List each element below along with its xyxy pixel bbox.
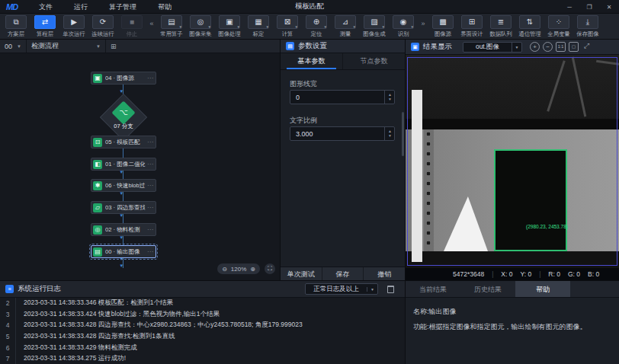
data-queue-tool-button[interactable]: ≣ 数据队列 <box>486 15 515 38</box>
ui-design-tool-button[interactable]: ⊞ 界面设计 <box>457 15 486 38</box>
calculation-icon: ⊠▾ <box>277 15 298 29</box>
node-blob-filter[interactable]: ✱ 06 · 快速blob过滤 ⋯ <box>91 179 156 192</box>
node-more-icon[interactable]: ⋯ <box>147 161 153 168</box>
category-location[interactable]: ⊕▾ 定位 <box>302 15 331 38</box>
add-flow-button[interactable]: ⊞ <box>106 40 121 53</box>
zoom-in-icon[interactable]: + <box>530 42 540 52</box>
image-toolbar: + − 1:1 ▢ ⤢ <box>530 42 592 52</box>
data-queue-icon: ≣ <box>490 15 512 29</box>
save-image-tool-button[interactable]: ⤓ 保存图像 <box>573 15 602 38</box>
communication-tool-button[interactable]: ⇅ 通信管理 <box>515 15 544 38</box>
image-status-bar: 5472*3648 | X: 0 Y: 0 | R: 0 G: 0 B: 0 <box>406 268 619 280</box>
log-row: 4 2023-03-31 14:38:33.428 四边形查找：中心x2980.… <box>0 320 405 331</box>
menu-file[interactable]: 文件 <box>28 0 63 14</box>
stop-icon: ■ <box>121 15 143 29</box>
category-image-generation[interactable]: ▨▾ 图像生成 <box>360 15 389 38</box>
node-material-detect[interactable]: ◎ 02 · 物料检测 ⋯ <box>91 223 156 236</box>
close-icon[interactable]: ✕ <box>599 0 619 14</box>
node-more-icon[interactable]: ⋯ <box>147 204 153 211</box>
node-binarize[interactable]: ◧ 01 · 图像二值化 ⋯ <box>91 158 156 171</box>
flow-name-dropdown[interactable]: 检测流程▼ <box>27 40 106 53</box>
result-source-dropdown[interactable]: out.图像 ▼ <box>463 42 522 53</box>
node-more-icon[interactable]: ⋯ <box>147 75 153 81</box>
results-panel: ▣ 结果显示 out.图像 ▼ + − 1:1 ▢ ⤢ <box>406 40 619 280</box>
node-quad-find[interactable]: ▱ 03 · 四边形查找 ⋯ <box>91 201 156 214</box>
save-button[interactable]: 保存 <box>322 267 364 280</box>
log-row: 7 2023-03-31 14:38:34.275 运行成功! <box>0 353 405 364</box>
category-common-operators[interactable]: ▤▾ 常用算子 <box>157 15 186 38</box>
expand-chevron-icon[interactable]: » <box>418 20 428 27</box>
common-operators-icon: ▤▾ <box>161 15 182 29</box>
results-header: ▣ 结果显示 out.图像 ▼ + − 1:1 ▢ ⤢ <box>406 40 619 55</box>
params-tabs: 基本参数 节点参数 <box>281 53 405 70</box>
single-test-button[interactable]: 单次测试 <box>281 267 322 280</box>
node-template-match[interactable]: ⊡ 05 · 模板匹配 ⋯ <box>91 136 156 148</box>
flow-canvas[interactable]: ▾ ▾ ▾ ▾ ▾ ▾ ▾ ▣ 04 · 图像源 ⋯ ⌥ 07 分支 ⊡ 05 … <box>0 53 280 280</box>
run-once-button[interactable]: ▶ 单次运行 <box>59 15 88 38</box>
node-more-icon[interactable]: ⋯ <box>147 139 153 145</box>
log-list[interactable]: 2 2023-03-31 14:38:33.346 模板匹配：检测到1个结果 3… <box>0 298 405 364</box>
node-more-icon[interactable]: ⋯ <box>147 182 153 189</box>
global-variable-tool-button[interactable]: ⁘ 全局变量 <box>544 15 573 38</box>
help-function-line: 功能:根据指定图像和指定图元，输出绘制有图元的图像。 <box>413 322 587 332</box>
minimize-icon[interactable]: ─ <box>560 0 579 14</box>
category-calibration[interactable]: ▦▾ 标定 <box>244 15 273 38</box>
tab-history-result[interactable]: 历史结果 <box>460 281 515 297</box>
tab-node-params[interactable]: 节点参数 <box>342 53 405 69</box>
fit-view-icon[interactable]: ⛶ <box>265 263 275 274</box>
global-variable-icon: ⁘ <box>548 15 569 29</box>
cursor-y: Y: 0 <box>520 270 531 278</box>
category-image-processing[interactable]: ▣▾ 图像处理 <box>215 15 244 38</box>
tab-current-result[interactable]: 当前结果 <box>406 281 460 297</box>
menu-help[interactable]: 帮助 <box>147 0 182 14</box>
fit-image-icon[interactable]: ▢ <box>569 42 579 52</box>
line-width-label: 图形线宽 <box>290 79 317 89</box>
node-more-icon[interactable]: ⋯ <box>147 248 153 255</box>
category-recognition[interactable]: ◉▾ 识别 <box>389 15 418 38</box>
tab-basic-params[interactable]: 基本参数 <box>281 53 342 69</box>
crosshair-icon: ⊕▾ <box>306 15 327 29</box>
log-row: 6 2023-03-31 14:38:33.429 物料检测完成 <box>0 342 405 353</box>
category-measure[interactable]: ⊿▾ 测量 <box>331 15 360 38</box>
log-filter-dropdown[interactable]: 正常日志及以上 ▼ <box>305 283 378 295</box>
process-layer-button[interactable]: ⇄ 算程层 <box>30 15 59 38</box>
tab-help[interactable]: 帮助 <box>515 281 570 297</box>
one-to-one-icon[interactable]: 1:1 <box>556 42 566 52</box>
photo-white-strip <box>412 90 422 262</box>
params-scrollbar[interactable] <box>402 112 404 156</box>
canvas-zoom-control: ⊖ 120% ⊕ <box>217 263 260 274</box>
process-layer-icon: ⇄ <box>34 15 56 29</box>
image-source-tool-button[interactable]: ▩ 图像源 <box>428 15 457 38</box>
run-continuous-button[interactable]: ⟳ 连续运行 <box>88 15 117 38</box>
image-generation-icon: ▨▾ <box>364 15 385 29</box>
line-width-stepper[interactable]: ▲▼ <box>384 90 395 104</box>
text-scale-stepper[interactable]: ▲▼ <box>384 126 395 141</box>
maximize-icon[interactable]: ❐ <box>579 0 599 14</box>
fullscreen-icon[interactable]: ⤢ <box>582 42 592 52</box>
undo-button[interactable]: 撤销 <box>363 267 405 280</box>
menu-operator-manage[interactable]: 算子管理 <box>98 0 147 14</box>
line-width-input[interactable] <box>290 90 395 104</box>
image-source-icon: ▩ <box>432 15 454 29</box>
chevron-down-icon: ▼ <box>96 44 101 49</box>
zoom-in-icon[interactable]: ⊕ <box>250 266 255 273</box>
log-header: ≡ 系统运行日志 正常日志及以上 ▼ <box>0 281 405 298</box>
menu-run[interactable]: 运行 <box>63 0 98 14</box>
chevron-down-icon: ▼ <box>512 43 521 52</box>
flow-index-dropdown[interactable]: 00▼ <box>0 40 27 53</box>
category-image-acquisition[interactable]: ◎▾ 图像采集 <box>186 15 215 38</box>
solution-layer-button[interactable]: ⧉ 方案层 <box>2 15 30 38</box>
node-image-source[interactable]: ▣ 04 · 图像源 ⋯ <box>91 72 156 85</box>
binarize-icon: ◧ <box>93 160 102 169</box>
category-calculation[interactable]: ⊠▾ 计算 <box>273 15 302 38</box>
output-image-icon: ▤ <box>93 247 102 257</box>
text-scale-input[interactable] <box>290 126 395 141</box>
collapse-chevron-icon[interactable]: « <box>146 20 157 27</box>
clear-log-icon[interactable] <box>387 286 394 293</box>
node-more-icon[interactable]: ⋯ <box>147 226 153 233</box>
result-image-viewport[interactable]: (2980.23, 2453.78) <box>406 55 619 268</box>
zoom-out-icon[interactable]: − <box>543 42 553 52</box>
photo-bottom-band <box>406 251 619 268</box>
zoom-out-icon[interactable]: ⊖ <box>222 266 227 273</box>
node-output-image[interactable]: ▤ 00 · 输出图像 ⋯ <box>91 245 156 258</box>
